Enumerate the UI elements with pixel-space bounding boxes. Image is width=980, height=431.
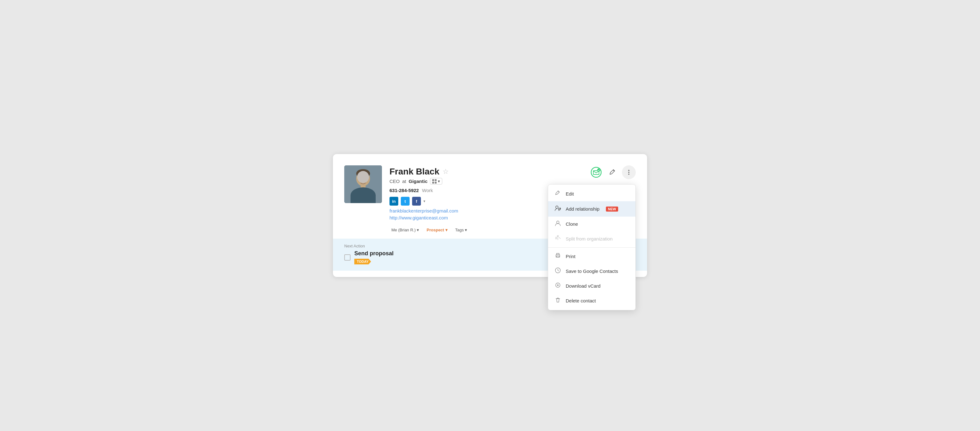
owner-dropdown[interactable]: Me (Brian R.) ▾ (390, 226, 421, 233)
menu-edit-label: Edit (566, 191, 574, 196)
grid-icon (432, 179, 437, 184)
menu-item-print[interactable]: Print (548, 249, 635, 264)
download-icon (554, 282, 561, 289)
status-label: Prospect (426, 228, 444, 232)
tags-label: Tags (455, 228, 464, 232)
svg-point-7 (591, 167, 601, 177)
contact-title: CEO (390, 179, 400, 184)
phone-number[interactable]: 631-284-5922 (390, 188, 419, 193)
send-email-button[interactable] (589, 165, 603, 179)
favorite-star-icon[interactable]: ☆ (442, 168, 449, 176)
menu-item-delete[interactable]: Delete contact (548, 293, 635, 308)
task-checkbox[interactable] (344, 254, 350, 260)
more-actions-button[interactable] (622, 165, 636, 179)
card-header: Frank Black ☆ CEO at Gigantic ▾ 631-284-… (344, 165, 636, 239)
menu-split-label: Split from organization (566, 236, 612, 241)
menu-download-vcard-label: Download vCard (566, 283, 601, 289)
phone-type: Work (422, 188, 433, 193)
tags-chevron-icon: ▾ (465, 228, 467, 232)
menu-item-save-google[interactable]: Save to Google Contacts (548, 264, 635, 279)
task-name: Send proposal (354, 250, 394, 257)
svg-point-4 (351, 189, 375, 203)
header-actions: Edit Add relationship NEW (589, 165, 636, 179)
tags-dropdown[interactable]: Tags ▾ (453, 226, 469, 233)
org-badge[interactable]: ▾ (430, 178, 442, 185)
contact-name: Frank Black (390, 167, 439, 177)
menu-item-add-relationship[interactable]: Add relationship NEW (548, 201, 635, 217)
status-chevron-icon: ▾ (445, 228, 448, 232)
svg-point-6 (365, 178, 367, 180)
svg-rect-18 (557, 256, 559, 257)
print-icon (554, 253, 561, 260)
menu-item-split: Split from organization (548, 231, 635, 246)
pencil-icon (609, 169, 616, 176)
email-link[interactable]: frankblackenterprise@gmail.com (390, 208, 458, 214)
website-link[interactable]: http://www.giganticeast.com (390, 215, 448, 220)
split-icon (554, 235, 561, 243)
contact-card: Frank Black ☆ CEO at Gigantic ▾ 631-284-… (333, 154, 647, 277)
company-name: Gigantic (409, 179, 428, 184)
menu-print-label: Print (566, 254, 576, 259)
edit-menu-icon (554, 190, 561, 198)
svg-point-13 (556, 206, 558, 208)
avatar (344, 165, 382, 203)
more-vert-icon (626, 169, 632, 176)
svg-point-15 (557, 221, 559, 223)
linkedin-icon[interactable]: in (390, 197, 398, 206)
menu-item-download-vcard[interactable]: Download vCard (548, 279, 635, 293)
svg-point-2 (356, 169, 370, 178)
social-more-chevron-icon[interactable]: ▾ (423, 199, 425, 203)
menu-divider-1 (548, 247, 635, 248)
menu-clone-label: Clone (566, 221, 578, 227)
clone-icon (554, 220, 561, 228)
google-contacts-icon (554, 268, 561, 275)
svg-point-12 (628, 174, 630, 175)
status-dropdown[interactable]: Prospect ▾ (425, 226, 449, 233)
menu-delete-label: Delete contact (566, 298, 596, 303)
today-badge: TODAY (354, 259, 371, 264)
facebook-icon[interactable]: f (412, 197, 421, 206)
owner-chevron-icon: ▾ (417, 228, 419, 232)
add-relationship-icon (554, 205, 561, 213)
menu-add-relationship-label: Add relationship (566, 206, 600, 212)
svg-rect-3 (361, 185, 366, 188)
trash-icon (554, 297, 561, 304)
edit-button[interactable] (606, 165, 619, 179)
menu-item-edit[interactable]: Edit (548, 187, 635, 201)
twitter-icon[interactable]: t (401, 197, 410, 206)
svg-point-11 (628, 172, 630, 173)
menu-item-clone[interactable]: Clone (548, 217, 635, 231)
svg-point-5 (360, 178, 361, 180)
new-badge: NEW (606, 206, 619, 212)
menu-save-google-label: Save to Google Contacts (566, 268, 618, 274)
send-email-icon (591, 167, 601, 178)
org-badge-chevron: ▾ (438, 179, 440, 184)
svg-point-10 (628, 170, 630, 171)
owner-label: Me (Brian R.) (391, 228, 415, 232)
dropdown-menu: Edit Add relationship NEW (548, 184, 636, 310)
